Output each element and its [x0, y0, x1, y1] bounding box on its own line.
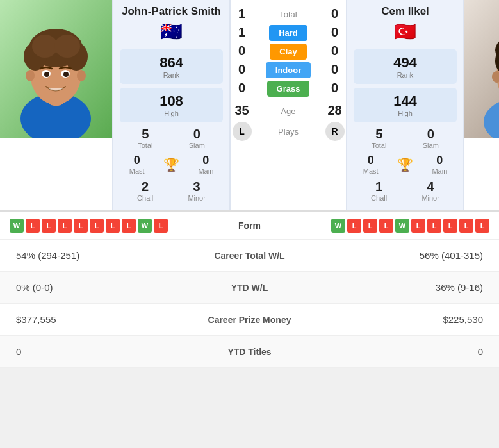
left-minor: 3 Minor: [188, 179, 206, 202]
table-cell-right: 36% (9-16): [307, 282, 484, 293]
table-row: 0 YTD Titles 0: [0, 336, 499, 368]
plays-label: Plays: [253, 126, 323, 137]
table-cell-center: Career Total W/L: [192, 251, 307, 261]
left-chall-minor: 2 Chall 3 Minor: [120, 179, 223, 202]
right-trophy-row: 0 Mast 🏆 0 Main: [354, 154, 457, 175]
form-pill-left: W: [138, 219, 152, 233]
left-player-flag: 🇦🇺: [160, 21, 183, 42]
right-player-flag: 🇹🇷: [394, 21, 416, 42]
form-pill-left: L: [154, 219, 168, 233]
form-pill-right: L: [459, 219, 473, 233]
player-comparison-block: John-Patrick Smith 🇦🇺 864 Rank 108 High …: [0, 0, 499, 212]
table-cell-left: $377,555: [16, 314, 192, 325]
table-row: 54% (294-251) Career Total W/L 56% (401-…: [0, 240, 499, 272]
left-trophy-icon: 🏆: [163, 157, 179, 172]
form-pill-left: L: [106, 219, 120, 233]
form-pill-right: L: [443, 219, 457, 233]
left-plays-badge: L: [233, 122, 252, 141]
indoor-score-left: 0: [231, 62, 253, 77]
svg-point-11: [44, 72, 49, 77]
left-rank-label: Rank: [120, 71, 223, 79]
right-mast: 0 Mast: [363, 154, 379, 175]
left-age-val: 35: [231, 103, 253, 118]
table-row: 0% (0-0) YTD W/L 36% (9-16): [0, 272, 499, 304]
left-main: 0 Main: [198, 154, 213, 175]
total-score-row: 1 Total 0: [231, 6, 346, 21]
center-scores: 1 Total 0 1 Hard 0 0 Clay 0: [231, 0, 346, 210]
form-label: Form: [168, 220, 331, 231]
grass-score-label: Grass: [253, 83, 323, 94]
left-player-name: John-Patrick Smith: [122, 5, 221, 18]
form-pill-right: L: [379, 219, 393, 233]
grass-score-right: 0: [323, 81, 346, 95]
left-high-label: High: [120, 110, 223, 117]
form-pill-right: L: [411, 219, 425, 233]
form-pill-right: L: [363, 219, 377, 233]
left-player-photo: [0, 0, 112, 138]
left-rank-card: 864 Rank: [120, 49, 223, 84]
form-pill-left: L: [122, 219, 136, 233]
left-player-info: John-Patrick Smith 🇦🇺 864 Rank 108 High …: [112, 0, 231, 210]
indoor-score-label: Indoor: [253, 64, 323, 76]
left-total: 5 Total: [138, 127, 152, 149]
right-chall: 1 Chall: [371, 179, 387, 202]
hard-score-label: Hard: [253, 27, 323, 38]
left-high-card: 108 High: [120, 88, 223, 122]
form-pill-right: W: [331, 219, 345, 233]
clay-score-right: 0: [323, 44, 346, 58]
form-bar: WLLLLLLLWL Form WLLLWLLLLL: [0, 212, 499, 240]
plays-row: L Plays R: [231, 122, 346, 141]
right-rank-label: Rank: [354, 71, 457, 79]
table-cell-left: 0% (0-0): [16, 282, 192, 293]
hard-score-right: 0: [323, 25, 346, 40]
table-cell-left: 0: [16, 346, 192, 357]
right-player-name: Cem Ilkel: [381, 5, 429, 18]
form-pill-left: W: [10, 219, 24, 233]
right-age-val: 28: [323, 103, 346, 118]
svg-point-13: [26, 70, 35, 81]
svg-point-12: [63, 72, 69, 77]
total-score-left: 1: [231, 6, 253, 21]
right-player-photo: [464, 0, 499, 138]
form-pill-left: L: [58, 219, 72, 233]
right-total-slam: 5 Total 0 Slam: [354, 127, 457, 149]
right-rank-card: 494 Rank: [354, 49, 457, 84]
table-cell-right: 56% (401-315): [307, 250, 484, 261]
right-high-label: High: [354, 110, 457, 117]
hard-score-row: 1 Hard 0: [231, 25, 346, 40]
right-trophy-icon: 🏆: [397, 157, 413, 172]
right-main: 0 Main: [432, 154, 447, 175]
table-cell-center: YTD Titles: [192, 347, 307, 357]
table-cell-left: 54% (294-251): [16, 250, 192, 261]
stats-table: 54% (294-251) Career Total W/L 56% (401-…: [0, 240, 499, 368]
table-cell-center: YTD W/L: [192, 283, 307, 293]
clay-score-label: Clay: [253, 46, 323, 57]
clay-score-row: 0 Clay 0: [231, 44, 346, 58]
right-slam: 0 Slam: [423, 127, 439, 149]
left-form-pills: WLLLLLLLWL: [10, 219, 168, 233]
right-chall-minor: 1 Chall 4 Minor: [354, 179, 457, 202]
hard-score-left: 1: [231, 25, 253, 40]
right-form-pills: WLLLWLLLLL: [331, 219, 489, 233]
right-player-info: Cem Ilkel 🇹🇷 494 Rank 144 High 5 Total 0…: [346, 0, 464, 210]
form-pill-right: W: [395, 219, 409, 233]
clay-score-left: 0: [231, 44, 253, 58]
table-cell-right: $225,530: [307, 314, 484, 325]
right-high-card: 144 High: [354, 88, 457, 122]
form-pill-left: L: [26, 219, 40, 233]
svg-point-14: [77, 70, 86, 81]
indoor-score-right: 0: [323, 62, 346, 77]
left-trophy-row: 0 Mast 🏆 0 Main: [120, 154, 223, 175]
form-pill-left: L: [90, 219, 104, 233]
left-high-value: 108: [120, 93, 223, 110]
left-chall: 2 Chall: [137, 179, 153, 202]
right-rank-value: 494: [354, 54, 457, 71]
left-mast: 0 Mast: [129, 154, 145, 175]
svg-point-7: [32, 35, 58, 58]
right-plays-badge: R: [325, 122, 345, 141]
form-pill-right: L: [475, 219, 489, 233]
form-pill-left: L: [74, 219, 88, 233]
form-pill-left: L: [42, 219, 56, 233]
age-score-row: 35 Age 28: [231, 103, 346, 118]
svg-point-8: [54, 35, 80, 58]
